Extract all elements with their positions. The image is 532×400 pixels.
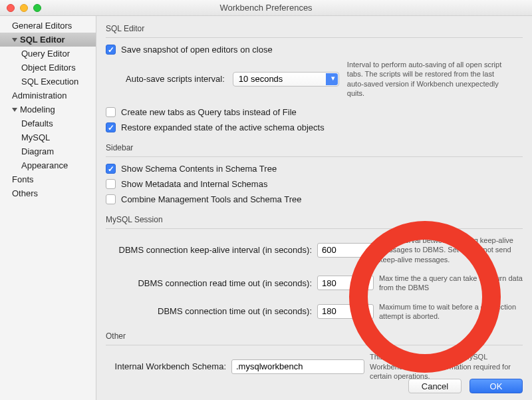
new-tabs-checkbox[interactable] bbox=[106, 107, 116, 117]
keepalive-hint: Time interval between sending keep-alive… bbox=[379, 236, 523, 264]
separator bbox=[106, 345, 523, 345]
conn-timeout-hint: Maximum time to wait before a connection… bbox=[379, 302, 523, 321]
sidebar-item-label: Others bbox=[12, 188, 38, 198]
cancel-button[interactable]: Cancel bbox=[408, 379, 462, 393]
sidebar-item-label: General Editors bbox=[12, 21, 72, 31]
group-sidebar: Sidebar bbox=[106, 143, 523, 152]
separator bbox=[106, 156, 523, 157]
new-tabs-label: Create new tabs as Query tabs instead of… bbox=[121, 107, 297, 117]
group-other: Other bbox=[106, 331, 523, 341]
sidebar-item-label: Fonts bbox=[12, 174, 34, 184]
combine-tools-checkbox[interactable] bbox=[106, 194, 116, 204]
sidebar-item-label: MySQL bbox=[21, 132, 50, 142]
sidebar-item-general-editors[interactable]: General Editors bbox=[0, 19, 96, 33]
keepalive-input[interactable] bbox=[317, 243, 374, 258]
sidebar-item-appearance[interactable]: Appearance bbox=[0, 158, 96, 172]
internal-schema-input[interactable] bbox=[231, 359, 364, 374]
preferences-window: Workbench Preferences General EditorsSQL… bbox=[0, 0, 532, 400]
show-metadata-checkbox[interactable] bbox=[106, 179, 116, 189]
conn-timeout-label: DBMS connection time out (in seconds): bbox=[106, 306, 312, 316]
read-timeout-input[interactable] bbox=[317, 276, 374, 290]
sidebar-item-fonts[interactable]: Fonts bbox=[0, 172, 96, 186]
read-timeout-hint: Max time the a query can take to return … bbox=[379, 274, 523, 293]
titlebar: Workbench Preferences bbox=[0, 0, 532, 16]
autosave-interval-label: Auto-save scripts interval: bbox=[126, 74, 225, 84]
sidebar-item-others[interactable]: Others bbox=[0, 186, 96, 200]
sidebar-item-object-editors[interactable]: Object Editors bbox=[0, 61, 96, 75]
group-sql-editor: SQL Editor bbox=[106, 24, 523, 33]
autosave-interval-hint: Interval to perform auto-saving of all o… bbox=[347, 60, 507, 98]
sidebar-item-mysql[interactable]: MySQL bbox=[0, 130, 96, 144]
sidebar-item-label: Modeling bbox=[20, 104, 55, 114]
window-title: Workbench Preferences bbox=[0, 3, 532, 13]
sidebar-item-label: Object Editors bbox=[21, 63, 76, 73]
save-snapshot-checkbox[interactable] bbox=[106, 45, 116, 55]
sidebar-item-defaults[interactable]: Defaults bbox=[0, 116, 96, 130]
restore-expanded-checkbox[interactable] bbox=[106, 122, 116, 132]
preferences-sidebar: General EditorsSQL EditorQuery EditorObj… bbox=[0, 16, 96, 400]
group-mysql-session: MySQL Session bbox=[106, 215, 523, 224]
sidebar-item-sql-editor[interactable]: SQL Editor bbox=[0, 33, 96, 47]
sidebar-item-administration[interactable]: Administration bbox=[0, 89, 96, 102]
sidebar-item-diagram[interactable]: Diagram bbox=[0, 144, 96, 158]
sidebar-item-label: Appearance bbox=[21, 160, 68, 170]
show-metadata-label: Show Metadata and Internal Schemas bbox=[121, 179, 267, 189]
autosave-interval-select[interactable]: 10 seconds bbox=[233, 72, 339, 87]
save-snapshot-label: Save snapshot of open editors on close bbox=[121, 45, 273, 55]
restore-expanded-label: Restore expanded state of the active sch… bbox=[121, 122, 325, 132]
sidebar-item-modeling[interactable]: Modeling bbox=[0, 102, 96, 116]
read-timeout-label: DBMS connection read time out (in second… bbox=[106, 278, 312, 288]
sidebar-item-label: Query Editor bbox=[21, 49, 70, 59]
chevron-down-icon bbox=[12, 108, 17, 112]
sidebar-item-label: SQL Editor bbox=[20, 35, 65, 45]
sidebar-item-label: SQL Execution bbox=[21, 77, 78, 87]
show-schema-label: Show Schema Contents in Schema Tree bbox=[121, 164, 277, 174]
sidebar-item-query-editor[interactable]: Query Editor bbox=[0, 47, 96, 61]
internal-schema-label: Internal Workbench Schema: bbox=[106, 361, 226, 371]
sidebar-item-label: Defaults bbox=[21, 118, 53, 128]
combine-tools-label: Combine Management Tools and Schema Tree bbox=[121, 194, 301, 204]
sidebar-item-label: Administration bbox=[12, 91, 66, 100]
keepalive-label: DBMS connection keep-alive interval (in … bbox=[106, 245, 312, 255]
separator bbox=[106, 228, 523, 229]
separator bbox=[106, 37, 523, 38]
preferences-content: SQL Editor Save snapshot of open editors… bbox=[96, 16, 532, 400]
show-schema-checkbox[interactable] bbox=[106, 164, 116, 174]
conn-timeout-input[interactable] bbox=[317, 304, 374, 319]
sidebar-item-label: Diagram bbox=[21, 146, 54, 156]
ok-button[interactable]: OK bbox=[469, 379, 523, 393]
chevron-down-icon bbox=[12, 38, 17, 42]
sidebar-item-sql-execution[interactable]: SQL Execution bbox=[0, 75, 96, 89]
internal-schema-hint: This schema will be used by MySQL Workbe… bbox=[370, 352, 523, 381]
